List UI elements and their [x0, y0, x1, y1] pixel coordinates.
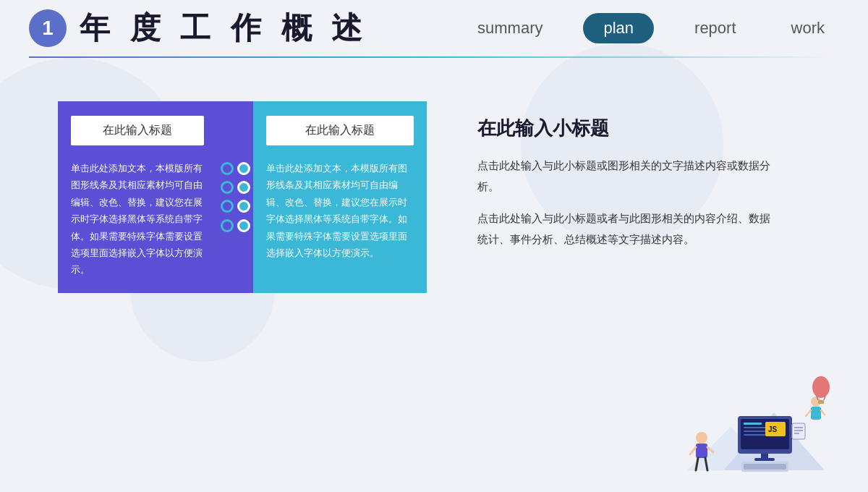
nav-item-work[interactable]: work: [777, 13, 839, 43]
header-divider: [29, 56, 839, 58]
right-dot-4: [237, 219, 250, 232]
svg-rect-6: [744, 430, 765, 432]
right-dot-1: [237, 162, 250, 175]
nav-bar: summary plan report work: [463, 13, 839, 43]
nav-item-plan[interactable]: plan: [583, 13, 654, 43]
svg-rect-21: [811, 407, 821, 420]
left-dot-4: [221, 219, 234, 232]
number-badge: 1: [29, 9, 67, 47]
main-content: 在此输入标题 单击此处添加文本，本模版所有图形线条及其相应素材均可自由编辑、改色…: [0, 72, 868, 308]
svg-point-14: [696, 432, 707, 444]
panel-left-title[interactable]: 在此输入标题: [71, 116, 204, 145]
page-title: 年 度 工 作 概 述: [80, 8, 367, 48]
svg-line-16: [690, 447, 696, 454]
right-desc-2[interactable]: 点击此处输入与此小标题或者与此图形相关的内容介绍、数据统计、事件分析、总结概述等…: [477, 208, 774, 250]
panel-right-body[interactable]: 单击此处添加文本，本模版所有图形线条及其相应素材均可自由编辑、改色、替换，建议您…: [266, 160, 414, 261]
connector-dot-4: [221, 219, 250, 232]
panel-connector: [217, 101, 253, 293]
right-dot-3: [237, 200, 250, 213]
svg-point-24: [812, 376, 830, 398]
connector-dot-1: [221, 162, 250, 175]
svg-text:JS: JS: [768, 425, 778, 433]
illustration-svg: JS: [680, 376, 839, 478]
svg-line-23: [821, 410, 825, 415]
right-subtitle[interactable]: 在此输入小标题: [477, 116, 774, 141]
panel-left-body[interactable]: 单击此处添加文本，本模版所有图形线条及其相应素材均可自由编辑、改色、替换，建议您…: [71, 160, 204, 279]
panel-right-title[interactable]: 在此输入标题: [266, 116, 414, 145]
illustration-area: JS: [680, 376, 839, 478]
left-dot-1: [221, 162, 234, 175]
nav-item-summary[interactable]: summary: [463, 13, 557, 43]
svg-rect-13: [744, 464, 786, 470]
svg-rect-28: [792, 423, 805, 439]
right-dot-2: [237, 181, 250, 194]
svg-line-22: [806, 410, 811, 416]
left-dot-2: [221, 181, 234, 194]
nav-item-report[interactable]: report: [680, 13, 750, 43]
left-dot-3: [221, 200, 234, 213]
right-desc-1[interactable]: 点击此处输入与此小标题或图形相关的文字描述内容或数据分析。: [477, 156, 774, 197]
panel-container: 在此输入标题 单击此处添加文本，本模版所有图形线条及其相应素材均可自由编辑、改色…: [58, 101, 427, 293]
connector-dot-2: [221, 181, 250, 194]
panel-right: 在此输入标题 单击此处添加文本，本模版所有图形线条及其相应素材均可自由编辑、改色…: [253, 101, 427, 293]
header-left: 1 年 度 工 作 概 述: [29, 8, 367, 48]
panel-left: 在此输入标题 单击此处添加文本，本模版所有图形线条及其相应素材均可自由编辑、改色…: [58, 101, 217, 293]
svg-rect-4: [744, 423, 762, 425]
right-text-section: 在此输入小标题 点击此处输入与此小标题或图形相关的文字描述内容或数据分析。 点击…: [456, 101, 774, 293]
svg-rect-27: [818, 400, 824, 404]
svg-rect-11: [754, 458, 775, 461]
header: 1 年 度 工 作 概 述 summary plan report work: [0, 0, 868, 56]
svg-rect-15: [696, 444, 707, 458]
svg-rect-5: [744, 427, 769, 428]
connector-dot-3: [221, 200, 250, 213]
